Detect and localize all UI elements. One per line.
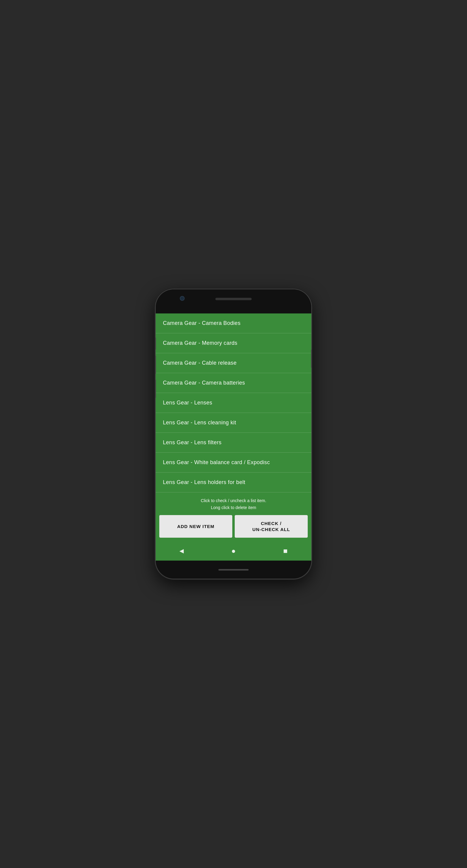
speaker bbox=[215, 298, 252, 300]
recent-button[interactable]: ■ bbox=[279, 545, 291, 557]
list-item-text: Camera Gear - Cable release bbox=[163, 360, 236, 366]
phone-device: Camera Gear - Camera BodiesCamera Gear -… bbox=[156, 289, 311, 579]
check-all-button[interactable]: CHECK /UN-CHECK ALL bbox=[235, 515, 308, 538]
home-indicator bbox=[218, 569, 249, 570]
list-item-text: Camera Gear - Camera batteries bbox=[163, 380, 245, 386]
help-line1: Click to check / uncheck a list item. bbox=[160, 497, 307, 504]
list-item-text: Lens Gear - Lens filters bbox=[163, 439, 222, 446]
help-line2: Long click to delete item bbox=[160, 504, 307, 511]
list-item[interactable]: Lens Gear - Lens filters bbox=[156, 433, 311, 453]
back-button[interactable]: ◄ bbox=[176, 545, 188, 557]
list-item[interactable]: Camera Gear - Memory cards bbox=[156, 333, 311, 353]
gear-list[interactable]: Camera Gear - Camera BodiesCamera Gear -… bbox=[156, 313, 311, 494]
list-item[interactable]: Lens Gear - White balance card / Expodis… bbox=[156, 453, 311, 472]
bottom-bezel bbox=[156, 561, 311, 579]
volume-down-button bbox=[156, 355, 156, 374]
list-item-text: Lens Gear - Lens cleaning kit bbox=[163, 420, 236, 426]
list-item[interactable]: Lens Gear - Lenses bbox=[156, 393, 311, 413]
top-bezel bbox=[156, 289, 311, 313]
list-item[interactable]: Lens Gear - Lens holders for belt bbox=[156, 472, 311, 493]
list-item[interactable]: Camera Gear - Camera Bodies bbox=[156, 313, 311, 333]
help-section: Click to check / uncheck a list item. Lo… bbox=[156, 494, 311, 512]
list-item-text: Camera Gear - Memory cards bbox=[163, 340, 237, 346]
navigation-bar: ◄ ● ■ bbox=[156, 541, 311, 561]
screen: Camera Gear - Camera BodiesCamera Gear -… bbox=[156, 313, 311, 561]
list-item-text: Lens Gear - Lenses bbox=[163, 400, 212, 406]
front-camera bbox=[180, 296, 185, 301]
action-buttons: ADD NEW ITEM CHECK /UN-CHECK ALL bbox=[156, 512, 311, 541]
list-item-text: Camera Gear - Camera Bodies bbox=[163, 320, 240, 327]
home-button[interactable]: ● bbox=[228, 545, 239, 557]
list-item[interactable]: Lens Gear - Lens cleaning kit bbox=[156, 413, 311, 433]
camera-button bbox=[156, 380, 156, 398]
volume-up-button bbox=[156, 338, 156, 350]
list-item-text: Lens Gear - Lens holders for belt bbox=[163, 479, 245, 486]
list-item-text: Lens Gear - White balance card / Expodis… bbox=[163, 459, 270, 466]
power-button bbox=[311, 350, 311, 368]
list-item[interactable]: Camera Gear - Cable release bbox=[156, 353, 311, 373]
list-item[interactable]: Camera Gear - Camera batteries bbox=[156, 373, 311, 393]
add-new-button[interactable]: ADD NEW ITEM bbox=[159, 515, 232, 538]
